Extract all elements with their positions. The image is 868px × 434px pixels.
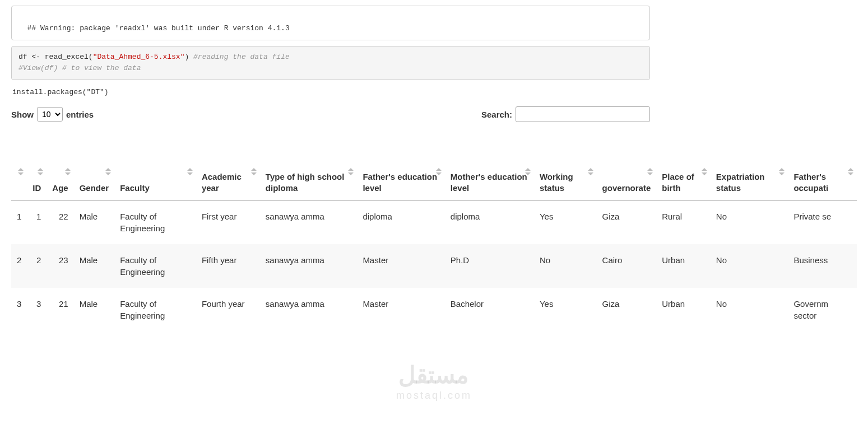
search-label: Search: [481,110,512,119]
table-cell: No [711,288,788,332]
table-cell: diploma [357,200,444,244]
table-cell: Yes [534,288,597,332]
r-warning-output: ## Warning: package 'readxl' was built u… [11,6,650,40]
column-header-label: Father's education level [363,172,437,193]
column-header-label: governorate [602,183,651,193]
sort-icon[interactable] [436,168,442,176]
table-cell: Master [357,288,444,332]
table-cell: Male [74,200,115,244]
datatable-controls: Show 10 entries Search: [11,106,650,122]
column-header-label: Working status [540,172,573,193]
table-cell: Cairo [597,244,657,288]
column-header[interactable]: Mother's education level [445,167,534,200]
data-table: IDAgeGenderFacultyAcademic yearType of h… [11,167,857,332]
sort-icon[interactable] [348,168,354,176]
src-comment2: #View(df) # to view the data [18,64,141,72]
table-cell: Master [357,244,444,288]
sort-icon[interactable] [588,168,593,176]
column-header[interactable]: governorate [597,167,657,200]
column-header-label: Father's occupati [793,172,828,193]
column-header[interactable]: Father's education level [357,167,444,200]
sort-icon[interactable] [848,168,853,176]
r-source-block: df <- read_excel("Data_Ahmed_6-5.xlsx") … [11,46,650,81]
table-cell: Yes [534,200,597,244]
install-line: install.packages("DT") [11,86,857,106]
table-row: 3321MaleFaculty of EngineeringFourth yea… [11,288,857,332]
table-cell: 21 [47,288,73,332]
search-input[interactable] [516,106,650,122]
src-pre: df <- read_excel( [18,53,93,61]
table-cell: Rural [656,200,711,244]
table-cell: Private se [788,200,857,244]
table-cell: 3 [27,288,47,332]
table-cell: 1 [27,200,47,244]
table-cell: Bachelor [445,288,534,332]
sort-icon[interactable] [525,168,531,176]
column-header-label: Gender [80,183,109,193]
column-header[interactable] [11,167,27,200]
table-cell: sanawya amma [260,288,358,332]
sort-icon[interactable] [251,168,257,176]
column-header[interactable]: Working status [534,167,597,200]
src-string: "Data_Ahmed_6-5.xlsx" [93,53,185,61]
column-header[interactable]: Father's occupati [788,167,857,200]
column-header-label: ID [33,183,41,193]
table-cell: Giza [597,200,657,244]
table-cell: 22 [47,200,73,244]
table-cell: diploma [445,200,534,244]
src-post: ) [184,53,193,61]
table-cell: Urban [656,244,711,288]
sort-icon[interactable] [702,168,707,176]
column-header[interactable]: Type of high school diploma [260,167,358,200]
table-cell: No [534,244,597,288]
column-header-label: Academic year [202,172,242,193]
column-header-label: Place of birth [662,172,694,193]
table-cell: No [711,244,788,288]
sort-icon[interactable] [647,168,653,176]
column-header[interactable]: ID [27,167,47,200]
column-header[interactable]: Place of birth [656,167,711,200]
table-cell: Business [788,244,857,288]
table-cell: Ph.D [445,244,534,288]
table-cell: 23 [47,244,73,288]
table-cell: sanawya amma [260,200,358,244]
table-cell: 2 [27,244,47,288]
r-warning-text: ## Warning: package 'readxl' was built u… [27,24,290,32]
table-cell: Urban [656,288,711,332]
table-cell: Faculty of Engineering [114,200,196,244]
entries-label: entries [66,110,94,119]
search-control: Search: [481,106,650,122]
length-control: Show 10 entries [11,107,94,122]
sort-icon[interactable] [105,168,111,176]
column-header-label: Type of high school diploma [266,172,345,193]
table-body: 1122MaleFaculty of EngineeringFirst year… [11,200,857,332]
table-cell: No [711,200,788,244]
column-header[interactable]: Age [47,167,73,200]
sort-icon[interactable] [65,168,71,176]
table-row: 1122MaleFaculty of EngineeringFirst year… [11,200,857,244]
table-cell: Male [74,244,115,288]
column-header[interactable]: Academic year [196,167,260,200]
length-select[interactable]: 10 [37,107,63,122]
column-header-label: Faculty [120,183,150,193]
table-cell: 1 [11,200,27,244]
sort-icon[interactable] [18,168,24,176]
column-header-label: Mother's education level [451,172,527,193]
column-header[interactable]: Faculty [114,167,196,200]
sort-icon[interactable] [187,168,193,176]
column-header[interactable]: Gender [74,167,115,200]
column-header-label: Expatriation status [716,172,765,193]
src-comment1: #reading the data file [193,53,290,61]
table-cell: Governm sector [788,288,857,332]
table-cell: sanawya amma [260,244,358,288]
column-header[interactable]: Expatriation status [711,167,788,200]
table-row: 2223MaleFaculty of EngineeringFifth year… [11,244,857,288]
table-cell: 3 [11,288,27,332]
table-cell: Fifth year [196,244,260,288]
column-header-label: Age [52,183,68,193]
table-cell: Male [74,288,115,332]
sort-icon[interactable] [38,168,43,176]
table-cell: First year [196,200,260,244]
table-cell: Fourth year [196,288,260,332]
sort-icon[interactable] [779,168,785,176]
